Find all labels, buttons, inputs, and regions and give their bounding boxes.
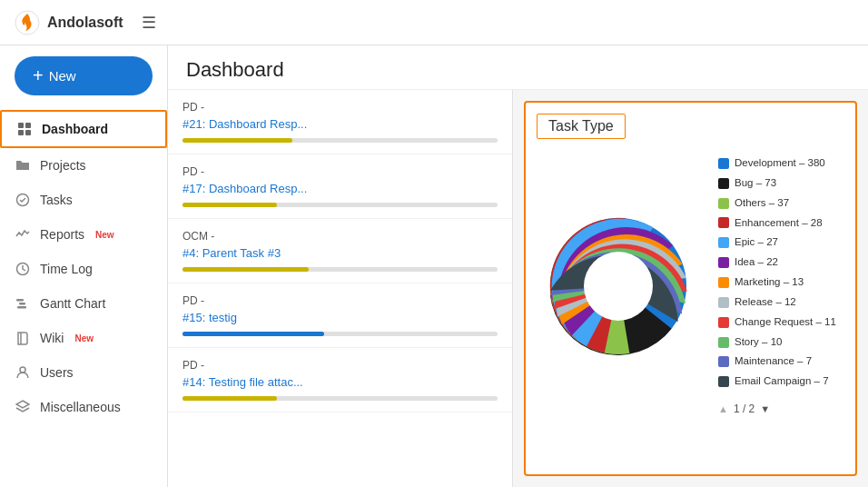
chart-area: Development – 380 Bug – 73 Others – 37: [537, 154, 844, 420]
content-area: Dashboard PD - #21: Dashboard Resp... PD…: [168, 45, 868, 487]
folder-icon: [15, 157, 31, 174]
svg-marker-12: [16, 401, 29, 408]
legend-label-development: Development – 380: [735, 154, 825, 174]
task-progress-4: [182, 332, 498, 336]
content-body: PD - #21: Dashboard Resp... PD - #17: Da…: [168, 90, 868, 487]
legend-label-release: Release – 12: [735, 293, 796, 313]
legend-dot-maintenance: [718, 356, 729, 367]
legend-dot-bug: [718, 178, 729, 189]
task-progress-2: [182, 203, 498, 207]
task-bar-bg-3: [182, 267, 498, 272]
legend-label-marketing: Marketing – 13: [735, 273, 804, 293]
plus-icon: +: [33, 65, 44, 86]
legend-dot-enhancement: [718, 217, 729, 228]
legend-label-maintenance: Maintenance – 7: [735, 352, 812, 372]
legend-item-marketing: Marketing – 13: [718, 273, 836, 293]
pagination-down-icon[interactable]: ▼: [760, 400, 770, 419]
legend-dot-release: [718, 297, 729, 308]
activity-icon: [15, 226, 31, 243]
legend-dot-marketing: [718, 277, 729, 288]
task-link-1[interactable]: #21: Dashboard Resp...: [182, 117, 498, 131]
svg-rect-3: [18, 130, 24, 135]
right-panel: Task Type: [513, 90, 868, 487]
task-label-2: PD -: [182, 165, 498, 178]
legend-item-email-campaign: Email Campaign – 7: [718, 372, 836, 392]
task-bar-fill-1: [182, 138, 292, 143]
sidebar-label-wiki: Wiki: [40, 331, 64, 345]
task-bar-fill-2: [182, 203, 277, 207]
svg-rect-4: [25, 130, 31, 135]
logo-icon: [15, 10, 40, 35]
pagination-up-icon[interactable]: ▲: [718, 400, 728, 419]
wiki-new-badge: New: [74, 333, 94, 343]
hamburger-button[interactable]: ☰: [138, 9, 160, 36]
task-link-2[interactable]: #17: Dashboard Resp...: [182, 182, 498, 195]
main-layout: + New Dashboard Projects: [0, 45, 868, 487]
sidebar-label-reports: Reports: [40, 227, 84, 242]
legend-label-email-campaign: Email Campaign – 7: [735, 372, 829, 392]
sidebar-item-tasks[interactable]: Tasks: [0, 183, 167, 217]
sidebar-item-misc[interactable]: Miscellaneous: [0, 390, 167, 424]
legend-dot-epic: [718, 237, 729, 248]
sidebar-label-projects: Projects: [40, 158, 86, 173]
task-label-3: OCM -: [182, 230, 498, 243]
task-label-4: PD -: [182, 294, 498, 307]
sidebar-item-projects[interactable]: Projects: [0, 148, 167, 183]
legend-label-others: Others – 37: [735, 194, 789, 214]
chart-pagination: ▲ 1 / 2 ▼: [718, 399, 836, 420]
legend-item-idea: Idea – 22: [718, 253, 836, 273]
task-label-5: PD -: [182, 359, 498, 372]
sidebar-label-users: Users: [40, 365, 74, 380]
legend-item-development: Development – 380: [718, 154, 836, 174]
task-label-1: PD -: [182, 101, 498, 114]
donut-chart: [537, 204, 700, 368]
sidebar-label-gantt: Gantt Chart: [40, 296, 105, 311]
legend-dot-email-campaign: [718, 376, 729, 387]
svg-rect-7: [16, 299, 24, 302]
legend-item-release: Release – 12: [718, 293, 836, 313]
sidebar-item-gantt[interactable]: Gantt Chart: [0, 286, 167, 321]
task-item-2: PD - #17: Dashboard Resp...: [168, 154, 512, 219]
tasks-panel: PD - #21: Dashboard Resp... PD - #17: Da…: [168, 90, 513, 487]
svg-rect-8: [19, 303, 25, 305]
header: Andolasoft ☰: [0, 0, 868, 45]
svg-rect-1: [18, 123, 24, 128]
svg-point-13: [584, 252, 653, 321]
legend-label-story: Story – 10: [735, 333, 782, 353]
legend-label-enhancement: Enhancement – 28: [735, 214, 823, 234]
content-header: Dashboard: [168, 45, 868, 90]
check-circle-icon: [15, 192, 31, 208]
task-bar-bg-1: [182, 138, 498, 143]
new-button[interactable]: + New: [15, 56, 153, 95]
sidebar-label-misc: Miscellaneous: [40, 400, 121, 414]
task-link-5[interactable]: #14: Testing file attac...: [182, 375, 498, 389]
legend-item-change-request: Change Request – 11: [718, 313, 836, 333]
legend-item-enhancement: Enhancement – 28: [718, 214, 836, 234]
sidebar-item-dashboard[interactable]: Dashboard: [0, 110, 167, 148]
sidebar-item-timelog[interactable]: Time Log: [0, 252, 167, 286]
app-title: Andolasoft: [47, 15, 123, 31]
task-item-1: PD - #21: Dashboard Resp...: [168, 90, 512, 154]
grid-icon: [16, 121, 33, 137]
sidebar-item-users[interactable]: Users: [0, 355, 167, 390]
sidebar-item-wiki[interactable]: Wiki New: [0, 321, 167, 355]
sidebar-item-reports[interactable]: Reports New: [0, 217, 167, 252]
layers-icon: [15, 399, 31, 415]
sidebar: + New Dashboard Projects: [0, 45, 168, 487]
legend-dot-story: [718, 337, 729, 348]
legend-label-bug: Bug – 73: [735, 174, 776, 194]
new-button-label: New: [49, 68, 76, 84]
sidebar-label-tasks: Tasks: [40, 193, 73, 207]
task-item-5: PD - #14: Testing file attac...: [168, 348, 512, 412]
task-progress-1: [182, 138, 498, 143]
svg-rect-2: [25, 123, 31, 128]
chart-legend: Development – 380 Bug – 73 Others – 37: [718, 154, 836, 420]
legend-label-idea: Idea – 22: [735, 253, 778, 273]
legend-dot-development: [718, 158, 729, 169]
legend-dot-change-request: [718, 317, 729, 328]
task-link-4[interactable]: #15: testig: [182, 311, 498, 324]
task-type-title: Task Type: [537, 114, 626, 139]
task-bar-bg-5: [182, 396, 498, 401]
svg-point-11: [20, 367, 25, 373]
task-link-3[interactable]: #4: Parent Task #3: [182, 246, 498, 260]
